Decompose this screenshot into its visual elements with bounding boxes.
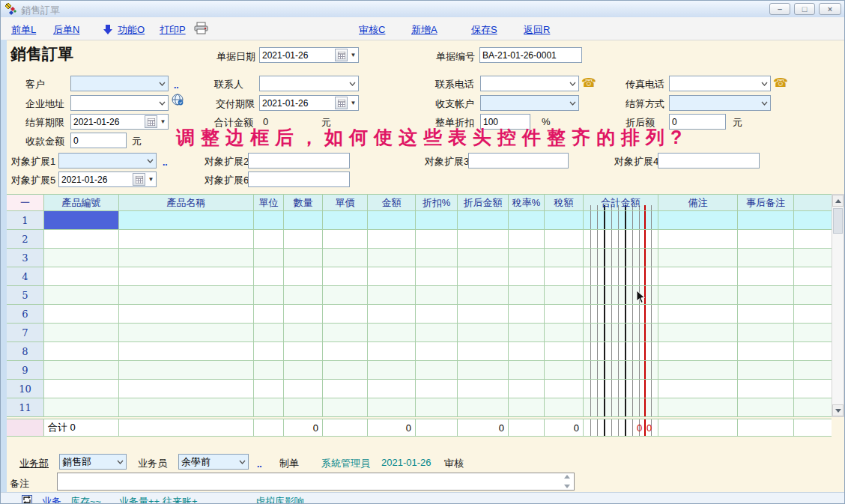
grid-cell[interactable] bbox=[545, 324, 584, 341]
column-header[interactable]: 折扣% bbox=[416, 195, 458, 210]
grid-cell[interactable] bbox=[323, 342, 368, 360]
grid-cell[interactable] bbox=[658, 249, 738, 267]
chevron-down-icon[interactable] bbox=[567, 82, 578, 86]
status-virtual-stock-link[interactable]: 虚拟库影响 bbox=[255, 495, 304, 504]
grid-cell[interactable] bbox=[368, 267, 416, 285]
grid-cell[interactable] bbox=[119, 267, 254, 285]
grid-cell[interactable] bbox=[584, 305, 658, 323]
grid-cell[interactable] bbox=[509, 324, 545, 341]
grid-cell[interactable] bbox=[368, 361, 416, 379]
globe-icon[interactable] bbox=[172, 94, 184, 109]
phone-icon[interactable]: ☎ bbox=[581, 76, 596, 90]
column-header[interactable]: 數量 bbox=[284, 195, 323, 210]
grid-cell[interactable] bbox=[44, 380, 119, 398]
chevron-down-icon[interactable] bbox=[237, 460, 248, 464]
grid-cell[interactable] bbox=[545, 211, 584, 229]
grid-cell[interactable] bbox=[284, 211, 323, 229]
grid-cell[interactable] bbox=[254, 361, 284, 379]
ext3-input[interactable] bbox=[468, 153, 569, 168]
grid-cell[interactable] bbox=[119, 380, 254, 398]
grid-cell[interactable] bbox=[323, 361, 368, 379]
grid-cell[interactable] bbox=[416, 342, 458, 360]
chevron-down-icon[interactable] bbox=[145, 159, 156, 163]
back-button[interactable]: 返回R bbox=[524, 23, 550, 37]
audit-button[interactable]: 审核C bbox=[359, 23, 385, 37]
grid-cell[interactable] bbox=[416, 324, 458, 341]
row-number[interactable]: 2 bbox=[7, 230, 44, 248]
grid-cell[interactable] bbox=[284, 380, 323, 398]
chevron-down-icon[interactable] bbox=[567, 101, 578, 106]
grid-cell[interactable] bbox=[416, 361, 458, 379]
grid-cell[interactable] bbox=[416, 249, 458, 267]
grid-cell[interactable] bbox=[284, 267, 323, 285]
row-number[interactable]: 4 bbox=[7, 267, 44, 285]
grid-cell[interactable] bbox=[509, 342, 545, 360]
grid-cell[interactable] bbox=[738, 267, 794, 285]
grid-cell[interactable] bbox=[323, 230, 368, 248]
grid-cell[interactable] bbox=[584, 398, 658, 416]
customer-more-button[interactable]: .. bbox=[174, 80, 179, 91]
delivery-date-field[interactable]: 2021-01-26 ▼ bbox=[259, 95, 359, 111]
calendar-icon[interactable] bbox=[335, 97, 348, 109]
chevron-down-icon[interactable] bbox=[157, 101, 168, 106]
grid-cell[interactable] bbox=[416, 305, 458, 323]
grid-cell[interactable] bbox=[323, 398, 368, 416]
row-number[interactable]: 8 bbox=[7, 342, 44, 360]
chevron-down-icon[interactable] bbox=[347, 82, 358, 86]
grid-cell[interactable] bbox=[368, 342, 416, 360]
grid-cell[interactable] bbox=[368, 380, 416, 398]
grid-cell[interactable] bbox=[368, 211, 416, 229]
grid-cell[interactable] bbox=[119, 398, 254, 416]
ext5-date-field[interactable]: 2021-01-26 ▼ bbox=[58, 171, 157, 187]
salesman-combo[interactable]: 余學前 bbox=[178, 454, 249, 470]
maximize-button[interactable]: □ bbox=[794, 3, 815, 15]
contact-combo[interactable] bbox=[259, 76, 359, 91]
grid-cell[interactable] bbox=[545, 305, 584, 323]
grid-cell[interactable] bbox=[254, 249, 284, 267]
grid-cell[interactable] bbox=[416, 286, 458, 304]
grid-cell[interactable] bbox=[44, 267, 119, 285]
close-button[interactable]: × bbox=[819, 3, 841, 15]
grid-cell[interactable] bbox=[545, 286, 584, 304]
column-header[interactable]: 一 bbox=[7, 195, 44, 210]
grid-cell[interactable] bbox=[119, 361, 254, 379]
grid-cell[interactable] bbox=[284, 324, 323, 341]
grid-cell[interactable] bbox=[545, 342, 584, 360]
grid-cell[interactable] bbox=[416, 267, 458, 285]
dept-combo[interactable]: 銷售部 bbox=[59, 454, 127, 470]
status-biz-link[interactable]: 业务 bbox=[42, 495, 61, 504]
scroll-down-button[interactable] bbox=[832, 404, 844, 416]
grid-cell[interactable] bbox=[658, 305, 738, 323]
grid-cell[interactable] bbox=[368, 249, 416, 267]
doc-no-input[interactable] bbox=[479, 47, 582, 63]
grid-cell[interactable] bbox=[119, 324, 254, 341]
grid-cell[interactable] bbox=[323, 380, 368, 398]
calendar-icon[interactable] bbox=[145, 115, 157, 128]
selected-cell[interactable] bbox=[44, 211, 119, 229]
grid-cell[interactable] bbox=[584, 267, 658, 285]
grid-cell[interactable] bbox=[284, 305, 323, 323]
row-number[interactable]: 3 bbox=[7, 249, 44, 267]
grid-cell[interactable] bbox=[738, 249, 794, 267]
grid-cell[interactable] bbox=[738, 230, 794, 248]
printer-icon[interactable] bbox=[194, 22, 208, 37]
chevron-down-icon[interactable] bbox=[157, 82, 168, 86]
grid-cell[interactable] bbox=[545, 230, 584, 248]
grid-cell[interactable] bbox=[458, 324, 509, 341]
grid-cell[interactable] bbox=[458, 230, 509, 248]
settle-method-combo[interactable] bbox=[669, 95, 771, 111]
grid-cell[interactable] bbox=[509, 305, 545, 323]
dropdown-arrow-icon[interactable]: ▼ bbox=[146, 176, 156, 183]
grid-cell[interactable] bbox=[545, 398, 584, 416]
account-combo[interactable] bbox=[480, 95, 579, 111]
grid-cell[interactable] bbox=[368, 398, 416, 416]
grid-cell[interactable] bbox=[119, 286, 254, 304]
grid-cell[interactable] bbox=[584, 249, 658, 267]
grid-cell[interactable] bbox=[119, 211, 254, 229]
grid-cell[interactable] bbox=[584, 342, 658, 360]
settle-term-date-field[interactable]: 2021-01-26 ▼ bbox=[70, 114, 169, 130]
ext1-combo[interactable] bbox=[58, 153, 157, 168]
grid-cell[interactable] bbox=[254, 380, 284, 398]
grid-cell[interactable] bbox=[509, 267, 545, 285]
chevron-down-icon[interactable] bbox=[759, 82, 770, 86]
